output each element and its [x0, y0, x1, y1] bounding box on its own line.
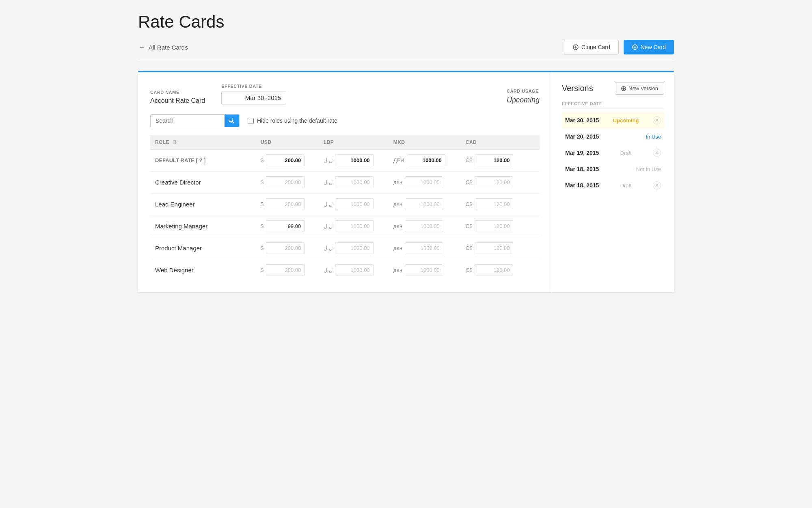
rate-input-lbp[interactable] — [335, 264, 374, 276]
rate-cell-usd: $ — [256, 172, 319, 193]
role-cell: Lead Engineer — [150, 193, 256, 215]
versions-title: Versions — [562, 84, 593, 93]
version-date: Mar 18, 2015 — [565, 166, 599, 172]
version-status: Draft — [620, 150, 632, 156]
usd-symbol: $ — [261, 179, 263, 185]
plus-circle-small-icon — [621, 86, 626, 91]
card-usage-label: CARD USAGE — [507, 89, 540, 93]
back-arrow-icon: ← — [138, 43, 145, 52]
clone-card-button[interactable]: Clone Card — [564, 40, 619, 54]
table-row: Web Designer $ ل.ل ден C$ — [150, 259, 540, 281]
rate-input-usd[interactable] — [266, 176, 304, 188]
version-status: Not In Use — [636, 166, 661, 172]
rate-input-lbp[interactable] — [335, 154, 374, 166]
version-status: Draft — [620, 182, 632, 189]
back-link-label: All Rate Cards — [149, 44, 188, 51]
rate-input-cad[interactable] — [475, 220, 513, 232]
usd-symbol: $ — [261, 157, 263, 163]
new-version-button[interactable]: New Version — [615, 82, 664, 95]
back-link[interactable]: ← All Rate Cards — [138, 43, 188, 52]
usd-symbol: $ — [261, 223, 263, 229]
rate-input-cad[interactable] — [475, 154, 513, 166]
rate-cell-usd: $ — [256, 150, 319, 172]
version-row[interactable]: Mar 20, 2015 In Use — [562, 129, 664, 144]
cad-symbol: C$ — [466, 201, 473, 207]
mkd-symbol: ден — [393, 245, 402, 251]
search-input[interactable] — [151, 115, 225, 127]
cad-symbol: C$ — [466, 157, 473, 163]
version-date: Mar 18, 2015 — [565, 182, 599, 189]
rate-input-usd[interactable] — [266, 264, 304, 276]
mkd-symbol: ден — [393, 201, 402, 207]
version-close-icon[interactable]: ✕ — [653, 116, 661, 124]
card-name-label: CARD NAME — [150, 90, 205, 95]
new-version-label: New Version — [628, 85, 658, 91]
version-row[interactable]: Mar 30, 2015 Upcoming ✕ — [562, 112, 664, 128]
row-actions — [528, 172, 540, 193]
rate-cell-mkd: ден — [389, 259, 461, 281]
hide-roles-checkbox[interactable] — [248, 118, 254, 124]
rate-input-mkd[interactable] — [405, 242, 443, 254]
usd-symbol: $ — [261, 201, 263, 207]
table-header-row: ROLE ⇅ USD LBP MKD CAD — [150, 135, 540, 150]
rate-input-cad[interactable] — [475, 264, 513, 276]
col-header-lbp: LBP — [319, 135, 389, 150]
rate-input-mkd[interactable] — [405, 176, 443, 188]
rate-input-cad[interactable] — [475, 242, 513, 254]
rate-cell-lbp: ل.ل — [319, 172, 389, 193]
versions-panel: Versions New Version EFFECTIVE DATE Mar … — [552, 72, 674, 292]
rate-input-lbp[interactable] — [335, 198, 374, 210]
version-row[interactable]: Mar 18, 2015 Draft ✕ — [562, 177, 664, 193]
rate-input-usd[interactable] — [266, 154, 304, 166]
rate-cell-lbp: ل.ل — [319, 259, 389, 281]
lbp-symbol: ل.ل — [324, 201, 333, 207]
usd-symbol: $ — [261, 267, 263, 273]
version-row[interactable]: Mar 18, 2015 Not In Use — [562, 162, 664, 176]
col-header-cad: CAD — [461, 135, 528, 150]
filter-row: Hide roles using the default rate — [150, 114, 540, 127]
row-actions — [528, 237, 540, 259]
rate-cell-lbp: ل.ل — [319, 150, 389, 172]
rate-input-mkd[interactable] — [405, 264, 443, 276]
rate-input-lbp[interactable] — [335, 242, 374, 254]
card-usage-group: CARD USAGE Upcoming — [507, 89, 540, 104]
search-button[interactable] — [225, 115, 239, 127]
rate-input-lbp[interactable] — [335, 220, 374, 232]
lbp-symbol: ل.ل — [324, 245, 333, 251]
card-left-panel: CARD NAME Account Rate Card EFFECTIVE DA… — [138, 72, 552, 292]
version-close-icon[interactable]: ✕ — [653, 181, 661, 189]
rate-input-mkd[interactable] — [405, 198, 443, 210]
lbp-symbol: ل.ل — [324, 179, 333, 185]
table-row: DEFAULT RATE [ ? ] $ ل.ل ДЕН C$ — [150, 150, 540, 172]
version-row[interactable]: Mar 19, 2015 Draft ✕ — [562, 145, 664, 161]
rate-cell-usd: $ — [256, 193, 319, 215]
rate-input-usd[interactable] — [266, 198, 304, 210]
rate-input-mkd[interactable] — [405, 220, 443, 232]
hide-roles-label[interactable]: Hide roles using the default rate — [248, 117, 337, 124]
usd-symbol: $ — [261, 245, 263, 251]
cad-symbol: C$ — [466, 245, 473, 251]
versions-list: Mar 30, 2015 Upcoming ✕ Mar 20, 2015 In … — [562, 112, 664, 193]
version-close-icon[interactable]: ✕ — [653, 149, 661, 157]
col-header-mkd: MKD — [389, 135, 461, 150]
rate-input-cad[interactable] — [475, 176, 513, 188]
rate-input-cad[interactable] — [475, 198, 513, 210]
rate-cell-cad: C$ — [461, 172, 528, 193]
plus-circle-icon — [632, 44, 638, 50]
rate-cell-usd: $ — [256, 237, 319, 259]
table-row: Marketing Manager $ ل.ل ден C$ — [150, 215, 540, 237]
row-actions — [528, 259, 540, 281]
rate-input-lbp[interactable] — [335, 176, 374, 188]
effective-date-input[interactable] — [221, 91, 286, 104]
new-card-button[interactable]: New Card — [624, 40, 674, 54]
mkd-symbol: ДЕН — [393, 157, 404, 163]
rates-tbody: DEFAULT RATE [ ? ] $ ل.ل ДЕН C$ Creative… — [150, 150, 540, 281]
rate-cell-usd: $ — [256, 259, 319, 281]
rate-input-mkd[interactable] — [407, 154, 445, 166]
rates-table: ROLE ⇅ USD LBP MKD CAD DEFAULT RATE [ ? … — [150, 135, 540, 281]
rate-input-usd[interactable] — [266, 242, 304, 254]
rate-input-usd[interactable] — [266, 220, 304, 232]
role-cell: Product Manager — [150, 237, 256, 259]
hide-roles-text: Hide roles using the default rate — [257, 117, 337, 124]
rate-cell-cad: C$ — [461, 237, 528, 259]
